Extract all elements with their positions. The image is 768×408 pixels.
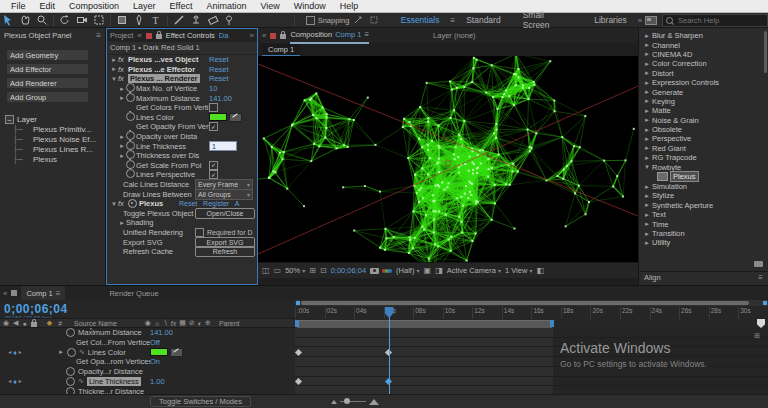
comp-navigator-chip[interactable]: Comp 1	[262, 44, 300, 56]
region-of-interest-icon[interactable]: ▣	[424, 266, 432, 275]
view-layout-dropdown[interactable]: 1 View ▾	[505, 266, 533, 275]
stopwatch-icon[interactable]	[66, 377, 75, 386]
tab-effect-controls-suffix[interactable]: Da	[219, 31, 229, 40]
menu-item[interactable]: Composition	[62, 1, 126, 11]
scrollbar-cap[interactable]	[763, 301, 767, 305]
reset-link[interactable]: Reset	[209, 55, 229, 64]
brush-tool-icon[interactable]	[171, 14, 188, 27]
expand-icon[interactable]: ►	[644, 221, 652, 227]
expand-icon[interactable]: ►	[644, 136, 652, 142]
property-label[interactable]: Get Colors From Verti	[136, 103, 209, 112]
property-value[interactable]: 10	[209, 84, 217, 93]
stopwatch-icon[interactable]	[126, 93, 135, 102]
workspace-standard[interactable]: Standard	[466, 15, 501, 25]
property-label[interactable]: Maximum Distance	[136, 94, 209, 103]
adjustment-switch-icon[interactable]: ◐	[198, 320, 202, 327]
tree-item[interactable]: ├─ Plexus Primitiv...	[5, 124, 105, 134]
property-label[interactable]: Get Opacity From Vert	[136, 122, 209, 131]
effect-category[interactable]: ► Perspective	[639, 134, 768, 143]
effect-category[interactable]: ► Color Correction	[639, 59, 768, 68]
effect-category[interactable]: ► Simulation	[639, 182, 768, 191]
rotation-tool-icon[interactable]	[57, 14, 74, 27]
property-label[interactable]: Shading	[126, 218, 257, 227]
property-value[interactable]: On	[150, 357, 160, 366]
refresh-button[interactable]: Refresh	[195, 246, 255, 257]
shy-switch-icon[interactable]: ◉	[145, 319, 151, 327]
workspace-small-screen[interactable]: Small Screen	[523, 10, 573, 30]
property-label[interactable]: Max No. of Vertice	[136, 84, 209, 93]
effect-name[interactable]: Plexus ...ves Object	[128, 55, 209, 64]
hand-tool-icon[interactable]	[17, 14, 34, 27]
plexus-add-button[interactable]: Add Renderer	[6, 77, 89, 89]
checkbox[interactable]: ✓	[209, 122, 218, 131]
expand-icon[interactable]: ►	[111, 66, 118, 72]
effect-name[interactable]: Plexus ...e Effector	[128, 65, 209, 74]
effect-category[interactable]: ► RG Trapcode	[639, 153, 768, 162]
transparency-grid-icon[interactable]: ◨	[435, 266, 443, 275]
collapse-icon[interactable]: ▼	[111, 76, 118, 82]
expand-icon[interactable]: ►	[119, 220, 126, 226]
parent-column[interactable]: Parent	[219, 320, 240, 327]
eyedropper-icon[interactable]	[229, 113, 242, 122]
tab-render-queue[interactable]: Render Queue	[109, 289, 158, 298]
timeline-zoom-slider[interactable]	[331, 399, 379, 405]
eraser-tool-icon[interactable]	[204, 14, 221, 27]
effect-name-selected[interactable]: Plexus ... Renderer	[128, 74, 200, 83]
menu-item[interactable]: Window	[287, 1, 333, 11]
expand-icon[interactable]: ►	[644, 98, 652, 104]
keyframe-icon[interactable]	[294, 378, 301, 385]
menu-item[interactable]: Animation	[199, 1, 253, 11]
expand-icon[interactable]: ►	[644, 145, 652, 151]
effect-category[interactable]: ► CINEMA 4D	[639, 50, 768, 59]
motion-blur-switch-icon[interactable]: ⊘	[189, 319, 195, 327]
checkbox[interactable]	[209, 103, 218, 112]
stopwatch-icon[interactable]	[126, 169, 135, 178]
lock-column-icon[interactable]	[31, 322, 37, 327]
eyedropper-icon[interactable]	[170, 348, 183, 357]
panel-menu-icon[interactable]: ≡	[56, 289, 61, 298]
property-label[interactable]: Toggle Plexus Object	[123, 209, 195, 218]
property-label-selected[interactable]: Line Thickness	[87, 377, 141, 386]
effect-category[interactable]: ► Distort	[639, 69, 768, 78]
composition-canvas[interactable]	[258, 56, 638, 262]
zoom-handle[interactable]	[344, 398, 350, 404]
keyframe-toggle-icon[interactable]: ♦	[13, 349, 17, 356]
work-area-end-handle[interactable]	[550, 320, 554, 327]
zoom-track[interactable]	[340, 401, 366, 402]
keyframe-lanes[interactable]	[295, 328, 768, 396]
lines-color-swatch[interactable]	[209, 113, 227, 121]
menu-item[interactable]: Help	[333, 1, 366, 11]
zoom-in-icon[interactable]	[369, 399, 379, 405]
snapping-checkbox[interactable]	[306, 16, 315, 25]
scrollbar-cap[interactable]	[296, 301, 300, 305]
tab-layer[interactable]: Layer (none)	[433, 31, 476, 40]
property-label[interactable]: Opacity...r Distance	[78, 367, 143, 376]
expand-icon[interactable]: ►	[644, 184, 652, 190]
tree-item[interactable]: ├─ Plexus Noise Ef...	[5, 134, 105, 144]
expand-icon[interactable]: ►	[119, 134, 126, 140]
align-panel-tab[interactable]: Align ≡	[639, 271, 768, 283]
effect-category-rowbyte[interactable]: ▼ Rowbyte	[639, 162, 768, 171]
next-keyframe-icon[interactable]: ►	[18, 378, 23, 384]
effect-category[interactable]: ► Noise & Grain	[639, 116, 768, 125]
stopwatch-icon[interactable]	[67, 348, 76, 357]
expand-icon[interactable]: ►	[111, 57, 118, 63]
viewer-timecode[interactable]: 0;00;06;04	[331, 266, 366, 275]
expand-icon[interactable]: ►	[119, 143, 126, 149]
expand-icon[interactable]: ►	[58, 349, 64, 355]
stopwatch-icon[interactable]	[126, 112, 135, 121]
lock-icon[interactable]	[280, 34, 286, 39]
toggle-switches-modes-button[interactable]: Toggle Switches / Modes	[150, 396, 251, 407]
expand-icon[interactable]: ►	[644, 42, 652, 48]
workspace-essentials[interactable]: Essentials	[401, 15, 440, 25]
search-input[interactable]	[676, 15, 760, 26]
expand-icon[interactable]: ►	[644, 127, 652, 133]
work-area-bar[interactable]	[297, 320, 552, 328]
tab-timeline-comp[interactable]: Comp 1 ≡	[21, 286, 65, 300]
magnification-dropdown[interactable]: 50% ▾	[285, 266, 305, 275]
tab-scroll-right-icon[interactable]: »	[250, 31, 254, 40]
property-label[interactable]: Get Opa...rom Vertices	[76, 357, 150, 366]
zoom-out-icon[interactable]	[331, 400, 337, 404]
reset-link[interactable]: Reset	[209, 65, 229, 74]
reset-link[interactable]: Reset	[209, 74, 229, 83]
